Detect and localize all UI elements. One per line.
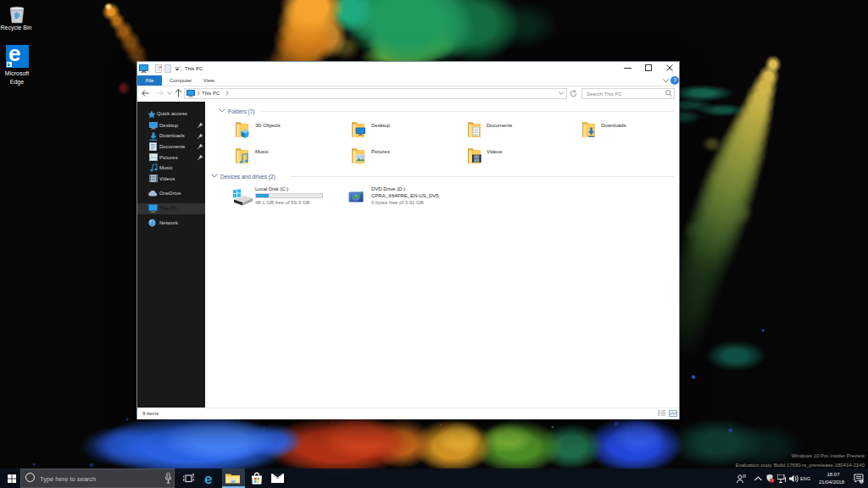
svg-text:R: R bbox=[743, 474, 747, 479]
